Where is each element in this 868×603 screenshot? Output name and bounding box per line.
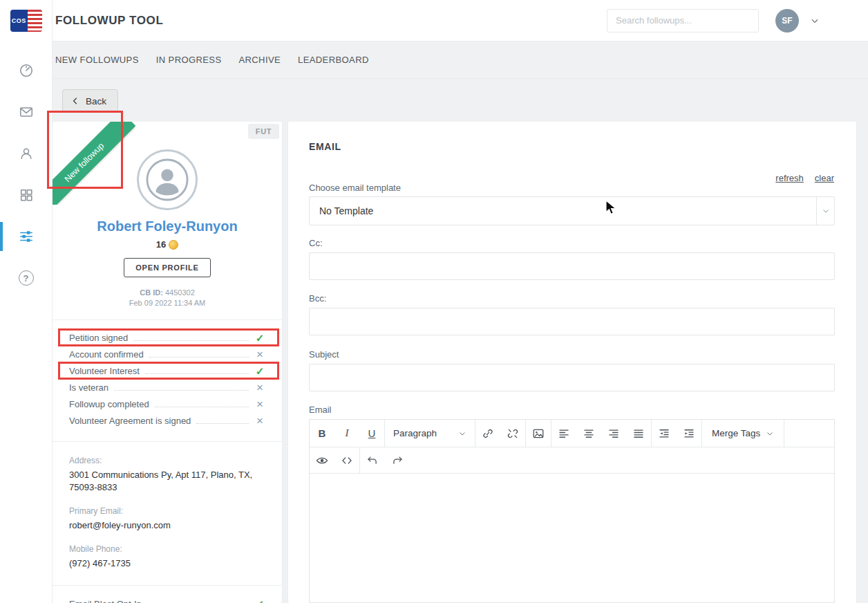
cb-id-value: 4450302 — [165, 288, 195, 297]
preview-button[interactable] — [310, 447, 334, 473]
align-left-icon — [558, 427, 570, 440]
outdent-button[interactable] — [652, 420, 677, 447]
bold-button[interactable]: B — [310, 420, 334, 447]
new-followup-ribbon: New followup — [53, 122, 135, 205]
status-label: Petition signed — [69, 333, 128, 343]
mobile-phone-label: Mobile Phone: — [69, 544, 265, 554]
align-right-icon — [607, 427, 620, 440]
bcc-label: Bcc: — [309, 293, 326, 304]
bcc-input[interactable] — [309, 308, 835, 335]
tab-leaderboard[interactable]: LEADERBOARD — [298, 55, 369, 65]
insert-image-button[interactable] — [526, 420, 551, 447]
search-input[interactable] — [607, 9, 759, 33]
cc-input[interactable] — [309, 252, 835, 280]
user-avatar[interactable]: SF — [775, 9, 799, 33]
contact-avatar — [137, 149, 198, 210]
cb-id-label: CB ID: — [140, 288, 163, 297]
email-template-select[interactable]: No Template — [309, 196, 835, 225]
indent-icon — [683, 427, 695, 440]
status-row[interactable]: Petition signed ✓ — [69, 329, 265, 346]
dotted-leader — [149, 357, 249, 358]
dashboard-icon — [19, 63, 34, 78]
template-label: Choose email template — [309, 183, 401, 193]
paragraph-format-select[interactable]: Paragraph — [385, 420, 475, 447]
cos-logo-text: COS — [10, 10, 28, 32]
sidebar-item-help[interactable]: ? — [0, 257, 52, 299]
ribbon-wrap: New followup — [53, 122, 135, 205]
status-label: Volunteer Agreement is signed — [69, 416, 191, 426]
dotted-leader — [155, 407, 249, 407]
merge-tags-dropdown[interactable]: Merge Tags — [702, 420, 784, 447]
editor-toolbar-row2 — [310, 447, 834, 474]
align-left-button[interactable] — [551, 420, 576, 447]
sidebar-item-followups[interactable] — [0, 216, 52, 257]
insert-link-button[interactable] — [475, 420, 500, 447]
help-icon: ? — [19, 270, 34, 286]
primary-email-block: Primary Email: robert@foley-runyon.com — [69, 506, 265, 532]
x-icon: × — [254, 398, 265, 410]
link-icon — [482, 427, 494, 440]
contacts-icon — [19, 146, 34, 161]
code-view-button[interactable] — [334, 447, 359, 473]
back-button[interactable]: Back — [62, 89, 118, 113]
refresh-link[interactable]: refresh — [775, 173, 803, 183]
sidebar-item-contacts[interactable] — [0, 133, 52, 174]
mobile-phone-value: (972) 467-1735 — [69, 557, 265, 570]
unlink-icon — [507, 427, 519, 440]
clear-link[interactable]: clear — [815, 173, 834, 183]
contact-name-link[interactable]: Robert Foley-Runyon — [53, 219, 282, 234]
indent-button[interactable] — [677, 420, 701, 447]
tab-new-followups[interactable]: NEW FOLLOWUPS — [55, 55, 139, 65]
sidebar-item-mail[interactable] — [0, 91, 52, 133]
x-icon: × — [254, 349, 265, 360]
status-row[interactable]: Volunteer Agreement is signed × — [69, 412, 265, 429]
align-justify-button[interactable] — [626, 420, 651, 447]
redo-button[interactable] — [385, 447, 410, 473]
email-panel-title: EMAIL — [309, 141, 341, 152]
fut-badge: FUT — [248, 124, 279, 139]
status-row[interactable]: Is veteran × — [69, 379, 265, 396]
subject-input[interactable] — [309, 364, 835, 391]
email-blast-optin-row[interactable]: Email Blast Opt-In ✓ — [69, 595, 265, 603]
tab-in-progress[interactable]: IN PROGRESS — [156, 55, 222, 65]
x-icon: × — [254, 382, 265, 393]
select-caret[interactable] — [816, 197, 834, 225]
italic-button[interactable]: I — [334, 420, 359, 447]
paragraph-format-value: Paragraph — [393, 428, 437, 438]
status-row[interactable]: Account confirmed × — [69, 346, 265, 362]
template-selected-value: No Template — [310, 197, 373, 225]
cb-id: CB ID: 4450302 — [53, 288, 282, 297]
remove-link-button[interactable] — [500, 420, 525, 447]
optin-label: Email Blast Opt-In — [69, 599, 142, 603]
open-profile-button[interactable]: OPEN PROFILE — [124, 258, 211, 277]
dotted-leader — [133, 340, 249, 341]
apps-grid-icon — [19, 187, 34, 203]
dotted-leader — [196, 423, 249, 424]
email-body-editor[interactable] — [310, 474, 834, 602]
chevron-left-icon — [71, 97, 79, 105]
divider — [53, 441, 282, 442]
divider — [53, 585, 282, 586]
sidebar-item-apps[interactable] — [0, 174, 52, 216]
annotation-box-ribbon — [47, 111, 123, 189]
email-body-label: Email — [309, 405, 332, 415]
tab-archive[interactable]: ARCHIVE — [238, 55, 281, 65]
user-menu-button[interactable] — [810, 16, 820, 26]
align-right-button[interactable] — [601, 420, 626, 447]
status-row[interactable]: Followup completed × — [69, 396, 265, 412]
chevron-down-icon — [810, 16, 820, 26]
status-row[interactable]: Volunteer Interest ✓ — [69, 362, 265, 379]
primary-email-label: Primary Email: — [69, 506, 265, 516]
sidebar-item-dashboard[interactable] — [0, 50, 52, 91]
align-justify-icon — [632, 427, 645, 440]
chevron-down-icon — [766, 429, 774, 438]
dotted-leader — [145, 373, 249, 374]
sidebar: COS ? — [0, 0, 53, 603]
template-links: refresh clear — [775, 173, 834, 183]
underline-button[interactable]: U — [359, 420, 384, 447]
align-center-button[interactable] — [576, 420, 601, 447]
check-icon: ✓ — [254, 333, 265, 343]
undo-button[interactable] — [360, 447, 385, 473]
subnav: NEW FOLLOWUPS IN PROGRESS ARCHIVE LEADER… — [53, 41, 868, 79]
cos-logo[interactable]: COS — [10, 10, 42, 32]
